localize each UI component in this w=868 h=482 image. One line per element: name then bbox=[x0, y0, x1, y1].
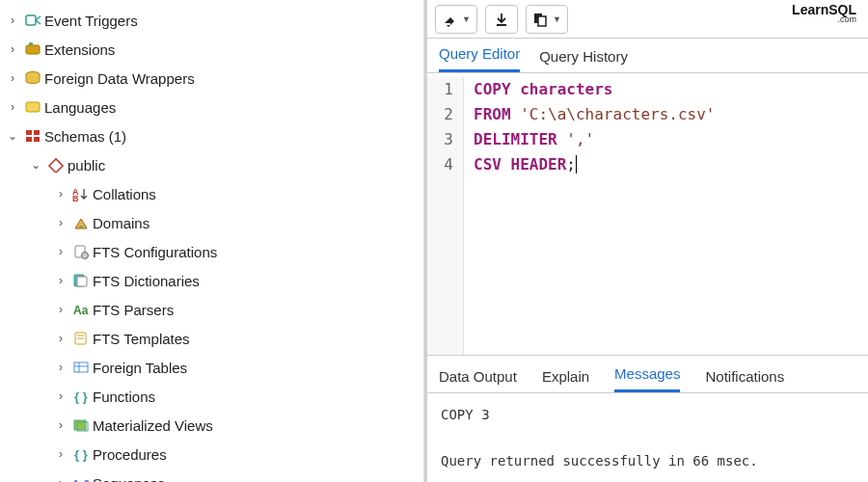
line-number: 1 bbox=[427, 77, 453, 102]
tab-explain[interactable]: Explain bbox=[542, 368, 589, 392]
tab-query-editor[interactable]: Query Editor bbox=[439, 45, 520, 72]
svg-rect-12 bbox=[79, 226, 83, 228]
svg-rect-16 bbox=[77, 277, 87, 286]
chevron-right-icon: › bbox=[4, 13, 21, 27]
code-line: CSV HEADER; bbox=[474, 152, 715, 177]
tree-label: FTS Configurations bbox=[93, 244, 217, 260]
tree-item-domains[interactable]: › Domains bbox=[0, 208, 423, 237]
svg-rect-21 bbox=[74, 362, 88, 372]
dropdown-caret-icon: ▼ bbox=[553, 14, 561, 24]
output-tabs: Data Output Explain Messages Notificatio… bbox=[427, 355, 868, 393]
line-number: 4 bbox=[427, 152, 453, 177]
event-triggers-icon bbox=[23, 12, 42, 29]
tree-label: Sequences bbox=[93, 475, 165, 483]
code-line: DELIMITER ',' bbox=[474, 127, 715, 152]
download-icon bbox=[494, 12, 509, 27]
tree-label: Domains bbox=[93, 215, 149, 231]
svg-rect-0 bbox=[26, 15, 36, 25]
svg-rect-5 bbox=[26, 130, 32, 135]
tree-label: Materialized Views bbox=[93, 417, 213, 434]
tree-item-sequences[interactable]: › 1..3 Sequences bbox=[0, 469, 423, 482]
tree-label: Functions bbox=[93, 388, 155, 405]
fts-parsers-icon: Aa bbox=[71, 301, 91, 318]
object-tree: › Event Triggers › Extensions › Foreign … bbox=[0, 0, 424, 482]
svg-rect-29 bbox=[445, 23, 450, 25]
copy-button[interactable]: ▼ bbox=[526, 5, 568, 34]
svg-rect-31 bbox=[538, 16, 546, 26]
svg-rect-6 bbox=[34, 130, 40, 135]
languages-icon bbox=[23, 98, 42, 116]
clear-button[interactable]: ▼ bbox=[435, 5, 477, 34]
tree-label: Extensions bbox=[44, 41, 115, 58]
extensions-icon bbox=[23, 40, 42, 58]
tree-label: Schemas (1) bbox=[44, 128, 126, 145]
tree-item-functions[interactable]: › { } Functions bbox=[0, 382, 423, 411]
tree-item-languages[interactable]: › Languages bbox=[0, 93, 423, 121]
chevron-right-icon: › bbox=[52, 216, 69, 229]
tree-item-public[interactable]: ⌄ public bbox=[0, 150, 423, 179]
tree-item-event-triggers[interactable]: › Event Triggers bbox=[0, 6, 423, 35]
tree-item-fts-dictionaries[interactable]: › FTS Dictionaries bbox=[0, 266, 423, 295]
chevron-right-icon: › bbox=[52, 332, 69, 345]
svg-rect-2 bbox=[29, 42, 33, 46]
line-number: 2 bbox=[427, 102, 453, 127]
code-editor[interactable]: 1 2 3 4 COPY characters FROM 'C:\a\chara… bbox=[427, 73, 868, 355]
tree-item-collations[interactable]: › AB Collations bbox=[0, 179, 423, 208]
tab-notifications[interactable]: Notifications bbox=[705, 368, 784, 392]
tab-data-output[interactable]: Data Output bbox=[439, 368, 517, 392]
procedures-icon: { } bbox=[71, 445, 91, 463]
fts-templates-icon bbox=[71, 330, 91, 347]
functions-icon: { } bbox=[71, 388, 91, 405]
chevron-down-icon: ⌄ bbox=[4, 129, 21, 143]
tree-item-fts-parsers[interactable]: › Aa FTS Parsers bbox=[0, 295, 423, 324]
tab-messages[interactable]: Messages bbox=[614, 365, 680, 392]
tree-label: Event Triggers bbox=[44, 13, 138, 29]
tab-query-history[interactable]: Query History bbox=[539, 48, 628, 72]
sequences-icon: 1..3 bbox=[71, 474, 91, 482]
svg-rect-4 bbox=[26, 102, 40, 112]
tree-item-fts-configurations[interactable]: › FTS Configurations bbox=[0, 237, 423, 266]
text-cursor bbox=[576, 155, 577, 174]
editor-tabs: Query Editor Query History bbox=[427, 39, 868, 73]
chevron-right-icon: › bbox=[52, 418, 69, 432]
svg-rect-1 bbox=[26, 45, 40, 54]
chevron-right-icon: › bbox=[4, 100, 21, 114]
tree-label: public bbox=[68, 157, 105, 174]
tree-item-fts-templates[interactable]: › FTS Templates bbox=[0, 324, 423, 353]
fts-dict-icon bbox=[71, 272, 91, 289]
message-line: Query returned successfully in 66 msec. bbox=[441, 449, 854, 472]
tree-item-foreign-data-wrappers[interactable]: › Foreign Data Wrappers bbox=[0, 64, 423, 93]
svg-text:{ }: { } bbox=[74, 389, 88, 404]
brand-logo: LearnSQL .com bbox=[792, 2, 856, 24]
tree-item-foreign-tables[interactable]: › Foreign Tables bbox=[0, 353, 423, 382]
tree-label: Procedures bbox=[93, 446, 167, 463]
svg-text:{ }: { } bbox=[74, 447, 88, 462]
code-line: COPY characters bbox=[474, 77, 715, 102]
schemas-icon bbox=[23, 127, 42, 145]
chevron-right-icon: › bbox=[4, 42, 21, 56]
dropdown-caret-icon: ▼ bbox=[462, 14, 471, 24]
tree-label: FTS Parsers bbox=[93, 302, 174, 318]
tree-item-procedures[interactable]: › { } Procedures bbox=[0, 440, 423, 469]
tree-label: Foreign Tables bbox=[93, 360, 187, 376]
chevron-right-icon: › bbox=[52, 476, 69, 482]
chevron-right-icon: › bbox=[52, 361, 69, 374]
tree-label: Collations bbox=[93, 186, 156, 202]
foreign-tables-icon bbox=[71, 359, 91, 376]
line-number: 3 bbox=[427, 127, 453, 152]
tree-label: Languages bbox=[44, 99, 116, 116]
svg-text:B: B bbox=[72, 194, 79, 201]
chevron-right-icon: › bbox=[52, 447, 69, 461]
svg-text:Aa: Aa bbox=[73, 304, 89, 317]
chevron-right-icon: › bbox=[52, 187, 69, 201]
svg-rect-8 bbox=[34, 137, 40, 142]
collations-icon: AB bbox=[71, 185, 91, 202]
eraser-icon bbox=[442, 12, 457, 27]
svg-rect-9 bbox=[49, 159, 63, 173]
tree-item-extensions[interactable]: › Extensions bbox=[0, 35, 423, 64]
tree-item-schemas[interactable]: ⌄ Schemas (1) bbox=[0, 121, 423, 150]
mat-views-icon bbox=[71, 416, 91, 434]
schema-icon bbox=[46, 156, 66, 174]
tree-item-materialized-views[interactable]: › Materialized Views bbox=[0, 411, 423, 440]
download-button[interactable] bbox=[485, 5, 518, 34]
